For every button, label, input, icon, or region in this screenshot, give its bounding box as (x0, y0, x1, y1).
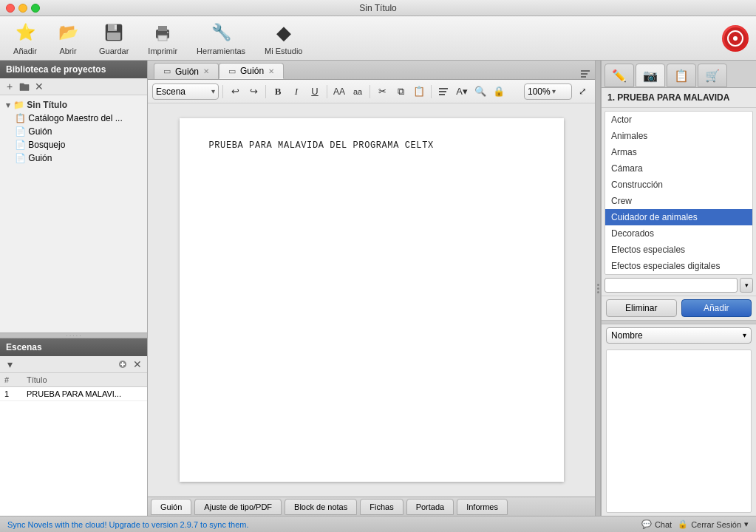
right-divider[interactable] (602, 320, 756, 324)
tab-block[interactable]: Block de notas (285, 499, 357, 515)
tree-item-catalog[interactable]: 📋 Catálogo Maestro del ... (9, 112, 147, 125)
tab-ajuste[interactable]: Ajuste de tipo/PDF (194, 499, 282, 515)
tree-item-guion2[interactable]: 📄 Guión (9, 151, 147, 165)
anadir-button[interactable]: Añadir (681, 299, 752, 317)
tab-tools-icon (580, 69, 590, 79)
input-dropdown-arrow[interactable]: ▾ (740, 278, 753, 293)
svg-rect-18 (439, 91, 446, 92)
category-crew[interactable]: Crew (605, 193, 752, 209)
font-large-button[interactable]: AA (331, 83, 347, 100)
chat-button[interactable]: 💬 Chat (641, 519, 672, 529)
tab-label-2: Guión (240, 66, 264, 76)
font-small-button[interactable]: aa (350, 83, 366, 100)
session-label: Cerrar Sesión (691, 520, 741, 529)
toolbar-mystudio[interactable]: ◆ Mi Estudio (259, 18, 308, 58)
sidebar-add-btn[interactable]: + (4, 81, 16, 92)
scene-select-arrow: ▾ (211, 87, 215, 95)
copy-button[interactable]: ⧉ (392, 83, 409, 100)
category-animales[interactable]: Animales (605, 128, 752, 144)
category-decorados[interactable]: Decorados (605, 225, 752, 242)
scenes-table: # Título 1 PRUEBA PARA MALAVI... (0, 373, 147, 516)
scenes-panel: Escenas ▾ ✕ # (0, 338, 147, 516)
toolbar-tools[interactable]: 🔧 Herramientas (191, 18, 251, 58)
resize-handle[interactable] (595, 61, 601, 516)
italic-button[interactable]: I (288, 83, 304, 100)
bold-button[interactable]: B (270, 83, 286, 100)
svg-rect-19 (439, 94, 445, 95)
underline-button[interactable]: U (307, 83, 323, 100)
sep-2 (265, 85, 266, 98)
category-input[interactable] (605, 278, 738, 293)
scenes-add-icon[interactable] (117, 358, 129, 370)
paste-button[interactable]: 📋 (411, 83, 427, 100)
scissors-button[interactable]: ✂ (374, 83, 390, 100)
catalog-label: Catálogo Maestro del ... (28, 113, 122, 123)
logout-button[interactable]: 🔒 Cerrar Sesión ▾ (678, 519, 749, 529)
category-efectos-digitales[interactable]: Efectos especiales digitales (605, 258, 752, 274)
scenes-toolbar: ▾ ✕ (0, 356, 147, 373)
col-num: # (0, 373, 22, 387)
svg-rect-3 (107, 33, 120, 40)
right-tab-edit[interactable]: ✏️ (605, 64, 634, 87)
right-tab-photo[interactable]: 📷 (636, 64, 665, 87)
redo-button[interactable]: ↪ (245, 83, 262, 100)
toolbar: ⭐ Añadir 📂 Abrir Guardar Imprimir (0, 16, 756, 61)
tab-close-1[interactable]: ✕ (203, 67, 209, 75)
tab-guion-2[interactable]: ▭ Guión ✕ (219, 63, 284, 79)
tree-item-bosquejo[interactable]: 📄 Bosquejo (9, 138, 147, 151)
toolbar-tools-label: Herramientas (197, 47, 245, 55)
scenes-header: Escenas (0, 338, 147, 356)
maximize-button[interactable] (31, 4, 40, 13)
undo-button[interactable]: ↩ (227, 83, 243, 100)
category-cuidador[interactable]: Cuidador de animales (605, 209, 752, 225)
toolbar-add[interactable]: ⭐ Añadir (7, 18, 43, 58)
divider-dots: · · · · · (66, 332, 81, 339)
add-icon: ⭐ (13, 21, 37, 44)
right-tab-list[interactable]: 📋 (667, 64, 696, 87)
toolbar-print[interactable]: Imprimir (142, 18, 183, 58)
format-extra-button[interactable]: A▾ (454, 83, 470, 100)
status-bar: Sync Novels with the cloud! Upgrade to v… (0, 516, 756, 532)
tab-portada[interactable]: Portada (406, 499, 454, 515)
eliminar-button[interactable]: Eliminar (606, 299, 677, 317)
tab-icon-2: ▭ (228, 66, 236, 76)
close-button[interactable] (6, 4, 15, 13)
print-icon (151, 21, 174, 44)
minimize-button[interactable] (18, 4, 27, 13)
traffic-lights (6, 4, 40, 13)
tree-root[interactable]: ▾ 📁 Sin Título (0, 98, 147, 112)
tree-item-guion1[interactable]: 📄 Guión (9, 125, 147, 138)
nombre-select[interactable]: Nombre ▾ (606, 327, 752, 344)
right-tab-shop[interactable]: 🛒 (698, 64, 727, 87)
zoom-select[interactable]: 100% ▾ (524, 83, 572, 100)
tab-fichas[interactable]: Fichas (360, 499, 403, 515)
scenes-delete-btn[interactable]: ✕ (132, 358, 143, 370)
script-text: PRUEBA PARA MALAVIDA DEL PROGRAMA CELTX (209, 140, 534, 151)
sidebar-folder-btn[interactable] (18, 81, 30, 92)
category-efectos[interactable]: Efectos especiales (605, 242, 752, 258)
toolbar-save[interactable]: Guardar (93, 18, 134, 58)
lock-button[interactable]: 🔒 (491, 83, 507, 100)
category-camara[interactable]: Cámara (605, 160, 752, 177)
align-button[interactable] (435, 83, 452, 100)
scenes-expand-btn[interactable]: ▾ (4, 358, 16, 370)
toolbar-open[interactable]: 📂 Abrir (50, 18, 86, 58)
search-button[interactable]: 🔍 (472, 83, 488, 100)
resize-dot-3 (597, 291, 599, 293)
fullscreen-button[interactable]: ⤢ (574, 83, 590, 100)
sep-5 (431, 85, 432, 98)
sync-text[interactable]: Sync Novels with the cloud! Upgrade to v… (7, 520, 249, 529)
tab-guion-1[interactable]: ▭ Guión ✕ (154, 63, 219, 79)
script-area[interactable]: PRUEBA PARA MALAVIDA DEL PROGRAMA CELTX (148, 103, 595, 497)
sidebar-divider[interactable]: · · · · · (0, 332, 147, 338)
tab-icon-1: ▭ (163, 66, 171, 76)
table-row[interactable]: 1 PRUEBA PARA MALAVI... (0, 387, 147, 401)
category-actor[interactable]: Actor (605, 112, 752, 128)
category-armas[interactable]: Armas (605, 144, 752, 160)
sidebar-close-btn[interactable]: ✕ (33, 81, 45, 92)
category-construccion[interactable]: Construcción (605, 177, 752, 193)
tab-guion[interactable]: Guión (151, 499, 191, 515)
tab-close-2[interactable]: ✕ (268, 67, 274, 75)
tab-informes[interactable]: Informes (457, 499, 508, 515)
scene-type-select[interactable]: Escena ▾ (152, 83, 219, 100)
